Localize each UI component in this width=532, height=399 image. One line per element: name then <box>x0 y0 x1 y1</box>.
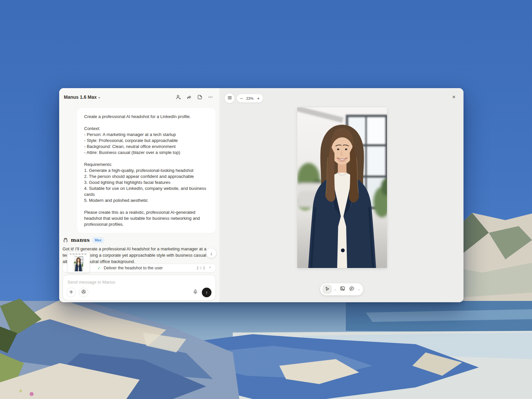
comment-tool-button[interactable] <box>348 285 356 294</box>
image-tool-button[interactable] <box>338 285 346 294</box>
context-item: - Background: Clean, neutral office envi… <box>84 144 208 150</box>
zoom-controls: − 23% + <box>237 94 263 102</box>
brand-wordmark: manus <box>71 237 90 243</box>
image-viewer-panel: − 23% + × ⌄ <box>219 88 464 302</box>
viewer-menu-button[interactable] <box>225 93 234 103</box>
comment-tool-chevron[interactable]: ⌄ <box>357 288 361 291</box>
zoom-out-button[interactable]: − <box>240 96 243 101</box>
context-item: - Style: Professional, corporate but app… <box>84 138 208 144</box>
manus-app-window: Manus 1.6 Max ▾ <box>59 88 464 302</box>
attachment-filename <box>69 253 87 255</box>
requirement-item: 3. Good lighting that highlights facial … <box>84 180 208 186</box>
task-label: Deliver the headshot to the user <box>104 266 163 270</box>
message-composer: ↑ <box>63 275 216 301</box>
context-item: - Person: A marketing manager at a tech … <box>84 132 208 138</box>
requirements-label: Requirements: <box>84 162 208 168</box>
headshot-attachment-card[interactable] <box>67 252 90 273</box>
open-in-new-button[interactable] <box>197 94 203 100</box>
user-message-intro: Create a professional AI headshot for a … <box>84 114 208 120</box>
user-message-closing: Please create this as a realistic, profe… <box>84 209 208 227</box>
hamburger-icon <box>227 95 232 101</box>
generated-headshot-image[interactable] <box>297 107 387 268</box>
requirement-item: 4. Suitable for use on LinkedIn, company… <box>84 186 208 198</box>
select-tool-button[interactable] <box>323 285 332 294</box>
share-arrow-icon <box>187 94 192 100</box>
context-label: Context: <box>84 126 208 132</box>
context-item: - Attire: Business casual (blazer over a… <box>84 150 208 156</box>
browser-tool-button[interactable] <box>79 288 88 297</box>
invite-user-button[interactable] <box>176 94 182 100</box>
chevron-down-icon: ▾ <box>98 96 100 99</box>
send-button[interactable]: ↑ <box>202 288 211 297</box>
cursor-icon <box>325 286 330 293</box>
chat-header: Manus 1.6 Max ▾ <box>59 88 219 102</box>
chat-bubble-icon <box>349 286 354 293</box>
voice-input-button[interactable] <box>191 289 199 297</box>
requirement-item: 5. Modern and polished aesthetic <box>84 198 208 203</box>
assistant-identity-row: manus Max <box>63 237 104 243</box>
person-add-icon <box>176 94 181 100</box>
document-export-icon <box>197 94 202 100</box>
globe-icon <box>81 289 86 296</box>
attachment-thumbnail <box>69 256 88 271</box>
scroll-to-bottom-button[interactable]: ↓ <box>206 248 216 258</box>
share-button[interactable] <box>186 94 192 100</box>
arrow-up-icon: ↑ <box>205 290 208 295</box>
viewer-toolbar: ⌄ ⌄ <box>320 283 363 295</box>
session-title: Manus 1.6 Max <box>64 94 97 100</box>
image-icon <box>340 286 345 293</box>
microphone-icon <box>193 289 198 296</box>
ellipsis-icon <box>208 94 213 100</box>
chat-panel: Manus 1.6 Max ▾ <box>59 88 219 302</box>
session-title-dropdown[interactable]: Manus 1.6 Max ▾ <box>64 94 100 100</box>
requirement-item: 1. Generate a high-quality, professional… <box>84 168 208 174</box>
check-icon: ✓ <box>97 266 101 270</box>
requirement-item: 2. The person should appear confident an… <box>84 174 208 180</box>
more-options-button[interactable] <box>207 94 213 100</box>
user-message-card: Create a professional AI headshot for a … <box>77 108 215 233</box>
message-input[interactable] <box>67 280 211 285</box>
close-viewer-button[interactable]: × <box>450 93 458 101</box>
attach-button[interactable] <box>66 288 76 297</box>
task-progress-count: 2 / 2 <box>197 266 205 270</box>
chevron-up-icon[interactable]: ⌃ <box>209 266 211 270</box>
select-tool-chevron[interactable]: ⌄ <box>333 288 337 291</box>
zoom-level: 23% <box>246 96 253 100</box>
manus-logo-icon <box>63 237 68 243</box>
max-badge: Max <box>92 237 104 243</box>
zoom-in-button[interactable]: + <box>257 96 260 101</box>
arrow-down-icon: ↓ <box>210 250 213 256</box>
plus-icon <box>69 290 73 296</box>
close-icon: × <box>452 94 456 100</box>
